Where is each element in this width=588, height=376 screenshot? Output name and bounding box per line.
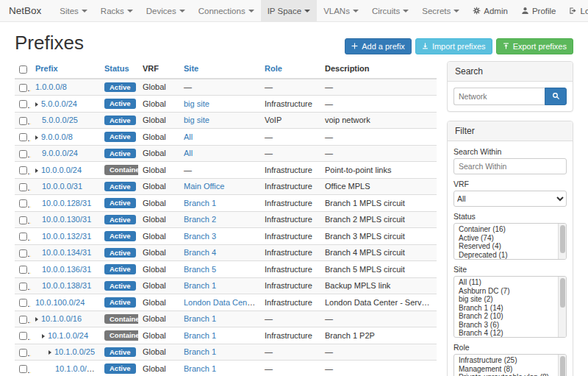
nav-item-sites[interactable]: Sites [53,0,94,21]
expand-caret-icon[interactable] [49,350,51,355]
sort-link-status[interactable]: Status [104,64,129,73]
row-checkbox[interactable] [19,299,27,307]
prefix-link[interactable]: 10.0.100.0/24 [35,298,85,307]
option[interactable]: Infrastructure (25) [454,356,557,365]
expand-caret-icon[interactable] [42,334,45,338]
row-checkbox[interactable] [19,216,27,224]
option[interactable]: big site (2) [454,295,557,304]
nav-item-connections[interactable]: Connections [192,0,261,21]
row-checkbox[interactable] [19,316,27,324]
scrollbar[interactable] [558,224,566,259]
prefix-link[interactable]: 10.0.0.132/31 [42,232,91,241]
option[interactable]: Private unrouteable vlan (8) [454,373,557,376]
row-checkbox[interactable] [19,349,27,357]
row-checkbox[interactable] [19,249,27,258]
prefix-link[interactable]: 10.0.0.0/31 [42,182,82,191]
prefix-link[interactable]: 5.0.0.0/25 [42,116,78,124]
row-checkbox[interactable] [19,133,27,141]
prefix-link[interactable]: 1.0.0.0/8 [35,82,67,91]
export-prefixes-button[interactable]: Export prefixes [496,38,573,54]
option[interactable]: Container (16) [454,225,557,234]
prefix-link[interactable]: 10.1.0.0/16 [41,314,82,323]
prefix-link[interactable]: 9.0.0.0/24 [42,149,78,157]
row-checkbox[interactable] [19,84,27,92]
sort-link-role[interactable]: Role [265,64,282,73]
logout-link[interactable]: Log out [562,0,588,21]
site-link[interactable]: Branch 1 [184,364,216,373]
prefix-link[interactable]: 5.0.0.0/24 [41,99,77,108]
option[interactable]: Active (74) [454,234,557,243]
site-link[interactable]: big site [184,116,209,124]
sort-link-site[interactable]: Site [184,64,198,73]
row-checkbox[interactable] [19,365,27,373]
prefix-link[interactable]: 10.0.0.136/31 [42,265,91,274]
nav-item-circuits[interactable]: Circuits [365,0,415,21]
site-link[interactable]: All [184,132,193,141]
row-checkbox[interactable] [19,199,27,207]
option[interactable]: Branch 3 (6) [454,321,557,330]
option[interactable]: Ashburn DC (7) [454,287,557,296]
row-checkbox[interactable] [19,166,27,174]
vrf-select[interactable]: All [453,191,567,207]
brand-logo[interactable]: NetBox [9,0,41,21]
sort-link-prefix[interactable]: Prefix [35,64,58,73]
nav-item-racks[interactable]: Racks [94,0,140,21]
expand-caret-icon[interactable] [35,169,38,173]
expand-caret-icon[interactable] [35,317,38,322]
expand-caret-icon[interactable] [35,135,38,140]
prefix-link[interactable]: 10.0.0.138/31 [42,281,91,290]
site-link[interactable]: Branch 5 [184,265,216,274]
row-checkbox[interactable] [19,283,27,291]
prefix-link[interactable]: 10.0.0.0/24 [41,166,82,174]
select-all-checkbox[interactable] [19,65,27,74]
option[interactable]: Branch 1 (14) [454,304,557,313]
site-link[interactable]: Main Office [184,182,224,191]
prefix-link[interactable]: 10.0.0.128/31 [42,199,91,207]
row-checkbox[interactable] [19,233,27,241]
option[interactable]: Reserved (4) [454,242,557,251]
site-link[interactable]: Branch 1 [184,281,216,290]
site-link[interactable]: Branch 1 [184,199,216,207]
option[interactable]: Branch 4 (12) [454,329,557,338]
profile-link[interactable]: Profile [514,0,563,21]
site-link[interactable]: Branch 4 [184,248,216,257]
prefix-link[interactable]: 9.0.0.0/8 [41,132,73,141]
status-listbox[interactable]: Container (16)Active (74)Reserved (4)Dep… [453,223,567,260]
row-checkbox[interactable] [19,183,27,191]
prefix-link[interactable]: 10.1.0.0/25 [54,347,95,356]
nav-item-secrets[interactable]: Secrets [415,0,466,21]
search-within-input[interactable] [453,158,567,174]
option[interactable]: All (11) [454,278,557,287]
prefix-link[interactable]: 10.1.0.0/26 [55,364,96,373]
role-listbox[interactable]: Infrastructure (25)Management (8)Private… [453,354,567,376]
row-checkbox[interactable] [19,332,27,340]
scrollbar[interactable] [558,277,566,337]
import-prefixes-button[interactable]: Import prefixes [415,38,492,54]
row-checkbox[interactable] [19,117,27,125]
nav-item-devices[interactable]: Devices [140,0,192,21]
option[interactable]: Management (8) [454,365,557,374]
expand-caret-icon[interactable] [35,102,38,107]
admin-link[interactable]: Admin [466,0,514,21]
prefix-link[interactable]: 10.0.0.130/31 [42,215,91,224]
nav-item-ip-space[interactable]: IP Space [261,0,317,21]
row-checkbox[interactable] [19,150,27,158]
site-link[interactable]: big site [184,99,209,108]
row-checkbox[interactable] [19,266,27,274]
site-listbox[interactable]: All (11)Ashburn DC (7)big site (2)Branch… [453,276,567,338]
site-link[interactable]: Branch 2 [184,215,216,224]
site-link[interactable]: Branch 1 [184,314,216,323]
row-checkbox[interactable] [19,100,27,108]
add-prefix-button[interactable]: Add a prefix [345,38,412,54]
prefix-link[interactable]: 10.0.0.134/31 [42,248,91,257]
nav-item-vlans[interactable]: VLANs [317,0,365,21]
option[interactable]: Deprecated (1) [454,251,557,260]
search-button[interactable] [545,88,567,105]
site-link[interactable]: London Data Center [184,298,257,307]
option[interactable]: Branch 5 (7) [454,338,557,338]
site-link[interactable]: Branch 3 [184,232,216,241]
option[interactable]: Branch 2 (10) [454,312,557,321]
prefix-link[interactable]: 10.1.0.0/24 [48,331,88,340]
site-link[interactable]: All [184,149,193,157]
search-input[interactable] [453,88,545,105]
